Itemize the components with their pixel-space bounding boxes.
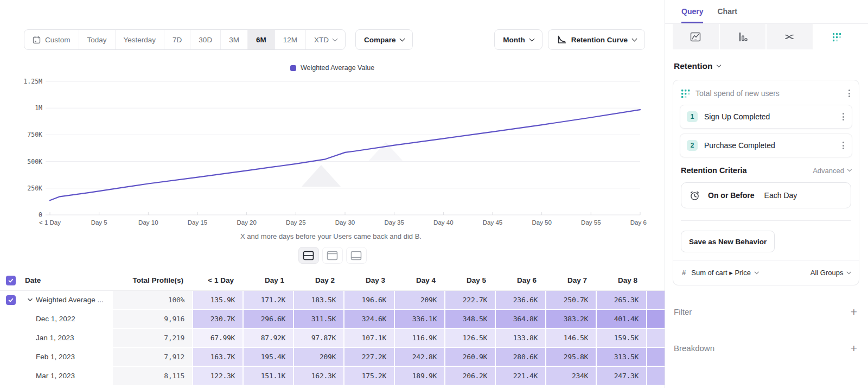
retention-chart: 0250K500K750K1M1.25M< 1 DayDay 5Day 10Da…: [15, 74, 647, 232]
heatmap-cell: 222.7K: [445, 291, 496, 310]
range-button-12m[interactable]: 12M: [275, 30, 306, 49]
chart-style-tile-flow-chart[interactable]: [767, 24, 813, 49]
chart-type-button[interactable]: Retention Curve: [548, 29, 645, 50]
heatmap-cell: 242.8K: [395, 348, 445, 367]
chart-type-label: Retention Curve: [571, 36, 628, 44]
cell-value: 324.6K: [362, 315, 386, 323]
row-date-cell[interactable]: Weighted Average ...: [23, 291, 113, 310]
chart-style-tiles: [673, 24, 859, 49]
row-date-cell[interactable]: Mar 1, 2023: [23, 367, 113, 386]
heatmap-cell: 135.9K: [193, 291, 244, 310]
range-button-xtd[interactable]: XTD: [306, 30, 345, 49]
tab-query[interactable]: Query: [681, 0, 703, 23]
table-row: Jan 1, 20237,21967.99K87.92K97.87K107.1K…: [0, 329, 665, 348]
measure-property-dropdown[interactable]: Sum of cart ▸ Price: [691, 269, 758, 277]
heatmap-cell: 234K: [546, 367, 597, 386]
total-value: 9,916: [164, 315, 184, 323]
row-date-cell[interactable]: Jan 1, 2023: [23, 329, 113, 348]
row-date-cell[interactable]: Feb 1, 2023: [23, 348, 113, 367]
criteria-label: Retention Criteria: [681, 166, 747, 175]
add-breakdown-icon[interactable]: +: [851, 342, 857, 354]
range-button-custom[interactable]: Custom: [24, 30, 79, 49]
cell-value: 236.6K: [513, 296, 538, 304]
flow-chart-icon: [784, 31, 795, 42]
heatmap-cell: 221.4K: [496, 367, 546, 386]
heatmap-cell: 401.4K: [597, 310, 647, 329]
compare-button[interactable]: Compare: [355, 29, 413, 50]
chart-style-tile-retention-grid[interactable]: [814, 24, 860, 49]
cell-value: 135.9K: [210, 296, 235, 304]
heatmap-cell: 209K: [294, 348, 344, 367]
view-toggle-bottom-pane-view[interactable]: [346, 247, 367, 264]
add-filter-icon[interactable]: +: [851, 306, 857, 317]
header-checkbox-cell: [0, 270, 23, 290]
chart-toolbar: CustomTodayYesterday7D30D3M6M12MXTD Comp…: [24, 29, 645, 50]
app-root: CustomTodayYesterday7D30D3M6M12MXTD Comp…: [0, 0, 868, 388]
cell-value: 107.1K: [362, 334, 386, 342]
chart-style-tile-line-chart[interactable]: [673, 24, 719, 49]
heatmap-cell: 196.6K: [344, 291, 395, 310]
tab-chart[interactable]: Chart: [717, 0, 737, 23]
cell-value: 247.3K: [614, 372, 639, 380]
clipped-cell: [647, 348, 665, 367]
chart-caption: X and more days before your Users came b…: [15, 232, 647, 240]
table-row: Mar 1, 20238,115122.3K151.1K162.3K175.2K…: [0, 367, 665, 386]
behavior-card: Total spend of new users 1Sign Up Comple…: [673, 80, 859, 285]
heatmap-cell: 295.8K: [546, 348, 597, 367]
kebab-menu-icon[interactable]: [840, 139, 846, 151]
kebab-menu-icon[interactable]: [846, 87, 852, 99]
heatmap-cell: 296.6K: [244, 310, 294, 329]
view-toggle-top-pane-view[interactable]: [322, 247, 343, 264]
heatmap-cell: 116.9K: [395, 329, 445, 348]
row-date-cell[interactable]: Dec 1, 2022: [23, 310, 113, 329]
heatmap-cell: 230.7K: [193, 310, 244, 329]
row-checkbox[interactable]: [6, 276, 16, 285]
save-as-new-behavior-button[interactable]: Save as New Behavior: [681, 231, 775, 252]
heatmap-cell: 146.5K: [546, 329, 597, 348]
criteria-mode-dropdown[interactable]: Advanced: [813, 167, 851, 175]
range-button-today[interactable]: Today: [79, 30, 116, 49]
behavior-step[interactable]: 2Purchase Completed: [680, 133, 852, 157]
granularity-button[interactable]: Month: [494, 29, 542, 50]
heatmap-cell: 260.9K: [445, 348, 496, 367]
y-tick-label: 750K: [27, 131, 42, 138]
numeric-property-icon: #: [682, 269, 686, 277]
behavior-header: Total spend of new users: [673, 80, 859, 104]
range-button-30d[interactable]: 30D: [190, 30, 221, 49]
cell-value: 222.7K: [463, 296, 487, 304]
row-checkbox-cell: [0, 367, 23, 386]
chart-style-tile-bar-chart[interactable]: [720, 24, 766, 49]
total-value: 7,219: [164, 334, 184, 342]
retention-curve-icon: [557, 35, 566, 44]
view-toggle-split-view[interactable]: [298, 247, 319, 264]
cell-value: 265.3K: [614, 296, 639, 304]
retention-condition-row[interactable]: On or Before Each Day: [681, 182, 851, 208]
divider: [681, 220, 851, 221]
range-button-7d[interactable]: 7D: [164, 30, 190, 49]
heatmap-cell: 87.92K: [244, 329, 294, 348]
cell-value: 87.92K: [261, 334, 285, 342]
header-day-column: Day 6: [496, 270, 546, 290]
step-number-badge: 1: [687, 111, 698, 122]
y-tick-label: 1.25M: [23, 78, 42, 85]
range-button-3m[interactable]: 3M: [221, 30, 248, 49]
view-toggle-group: [0, 247, 665, 264]
cell-value: 250.7K: [564, 296, 588, 304]
heatmap-cell: 250.7K: [546, 291, 597, 310]
row-checkbox[interactable]: [6, 295, 16, 305]
kebab-menu-icon[interactable]: [840, 111, 846, 123]
compare-label: Compare: [364, 36, 396, 44]
group-scope-dropdown[interactable]: All Groups: [810, 269, 850, 277]
expand-chevron-icon[interactable]: [25, 297, 35, 303]
cell-value: 227.2K: [362, 353, 386, 361]
range-button-yesterday[interactable]: Yesterday: [116, 30, 165, 49]
criteria-mode-label: Advanced: [813, 167, 844, 175]
range-button-6m[interactable]: 6M: [248, 30, 275, 49]
behavior-step[interactable]: 1Sign Up Completed: [680, 105, 852, 129]
table-row: Feb 1, 20237,912163.7K195.4K209K227.2K24…: [0, 348, 665, 367]
cell-value: 159.5K: [614, 334, 639, 342]
calendar-icon: [33, 36, 41, 44]
retention-section-toggle[interactable]: Retention: [674, 61, 868, 71]
step-label: Sign Up Completed: [704, 112, 834, 121]
heatmap-cell: 133.8K: [496, 329, 546, 348]
